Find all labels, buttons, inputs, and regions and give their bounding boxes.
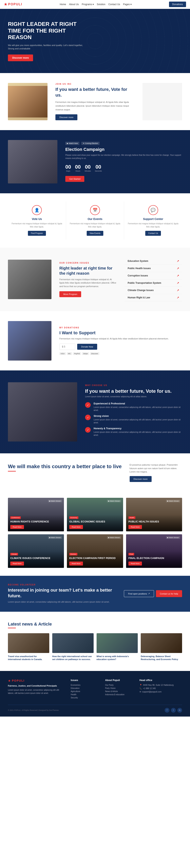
hero-discover-button[interactable]: Discover more [8, 55, 33, 61]
support-icon: 💬 [148, 205, 158, 215]
donation-title: I Want to Support [59, 330, 182, 336]
event-badge-4: ▶ Watch Stream [48, 536, 62, 539]
footer-office-title: Head office [139, 679, 182, 682]
nav-programs[interactable]: Programs ▾ [82, 3, 94, 6]
news-image-2 [52, 633, 93, 653]
join-discover-button[interactable]: Discover more [55, 114, 77, 120]
card-support-button[interactable]: Contact Us [145, 231, 161, 236]
footer-link-indonesia-edu[interactable]: Indonesia $ education [105, 693, 134, 695]
event-content-6: Final FINAL ELECTION CAMPAIGN Read More [126, 550, 182, 568]
hero-subtitle: We will give you more opportunities, fac… [8, 44, 87, 51]
footer-link-economics[interactable]: Economics [71, 684, 99, 686]
card-support-desc: Fermentum nisi magna tristique tristique… [127, 222, 179, 228]
open-positions-button[interactable]: Find open positions ↗ [124, 590, 154, 597]
nav-home[interactable]: Home [60, 3, 66, 6]
event-read-btn-4[interactable]: Read More [10, 562, 24, 565]
footer-logo-icon: ★ [8, 679, 11, 683]
instagram-icon[interactable]: in [177, 708, 182, 713]
volunteer-desc: Lorem ipsum dolor sit amet, consectetur … [8, 600, 124, 604]
card-vote-button[interactable]: Find Program [28, 231, 46, 236]
event-card-climate[interactable]: ▶ Watch Stream Climate CLIMATE ISSUES CO… [8, 534, 64, 568]
discover-icon: Discover [90, 352, 99, 355]
logo-icon: ★ [4, 2, 7, 6]
mc-icon: MC [67, 352, 72, 355]
event-read-btn-6[interactable]: Read More [129, 562, 142, 565]
payment-icons: VISA MC PayPal Stripe Discover [59, 352, 182, 355]
event-read-btn-3[interactable]: Read More [129, 525, 142, 529]
footer-desc: Lorem ipsum dolor sit amet, consectetur … [8, 688, 65, 695]
election-desc: Please come and show your support for ou… [65, 154, 182, 160]
donation-image [8, 321, 51, 361]
card-events-button[interactable]: View Events [87, 231, 104, 236]
issue-arrow: ↗ [177, 289, 179, 292]
hero-section: RIGHT LEADER AT RIGHT TIME FOR THE RIGHT… [0, 9, 190, 73]
news-card-4[interactable]: Deleveraging, Balance Sheet Restructurin… [141, 633, 182, 661]
news-card-2[interactable]: How the right international school can s… [52, 633, 93, 661]
card-events-title: Our Events [69, 217, 121, 221]
event-card-election-first[interactable]: ▶ Watch Stream Election ELECTION CAMPAIG… [67, 534, 123, 568]
footer-link-party-vision[interactable]: Party Vision [105, 687, 134, 689]
event-card-public-health[interactable]: ▶ Watch Stream Health PUBLIC HEALTH ISSU… [126, 498, 182, 531]
better-discover-button[interactable]: Discover more [130, 476, 152, 482]
countdown-hours: 00 Hours [75, 164, 81, 172]
stripe-icon: Stripe [82, 352, 89, 355]
nav-pages[interactable]: Pages ▾ [123, 3, 132, 6]
issue-corruption[interactable]: Corruption Issues ↗ [125, 272, 182, 279]
footer-link-health[interactable]: Health [71, 693, 99, 695]
footer-phone: 📞 +1 888 12 345 [139, 687, 182, 689]
footer-link-security[interactable]: Security [71, 696, 99, 699]
footer-issues-title: Issues [71, 679, 99, 682]
event-content-2: Economy GLOBAL ECONOMIC ISSUES Read More [67, 513, 123, 531]
news-card-1[interactable]: Travel visa unauthorized for internation… [8, 633, 49, 661]
event-read-btn-1[interactable]: Read More [10, 525, 24, 529]
nav-contact[interactable]: Contact Us [108, 3, 120, 6]
contact-us-volunteer-button[interactable]: Contact us for help [156, 590, 182, 597]
donation-amount-input[interactable] [59, 344, 75, 350]
event-card-final-election[interactable]: ▶ Watch Stream Final FINAL ELECTION CAMP… [126, 534, 182, 568]
news-underline [8, 628, 16, 628]
why-title: If you want a better future, Vote for us… [85, 388, 182, 394]
volunteer-label: BECOME VOLUNTEER [8, 584, 124, 586]
news-card-title-2: How the right international school can s… [52, 655, 93, 661]
why-check-icon-3: ✓ [85, 427, 91, 433]
volunteer-left: BECOME VOLUNTEER Interested in joining o… [8, 584, 124, 604]
twitter-icon[interactable]: t [171, 708, 176, 713]
election-get-started-button[interactable]: Get Started [65, 176, 84, 182]
donate-nav-button[interactable]: Donations [169, 2, 186, 7]
event-read-btn-2[interactable]: Read More [69, 525, 83, 529]
event-title-3: PUBLIC HEALTH ISSUES [129, 520, 180, 523]
issue-education[interactable]: Education System ↗ [125, 257, 182, 265]
issue-public-health[interactable]: Public Health Issues ↗ [125, 265, 182, 272]
why-section: WHY CHOOSE US If you want a better futur… [0, 370, 190, 453]
logo-text: POPULI [8, 3, 22, 6]
event-card-human-rights[interactable]: ▶ Watch Stream Conference HUMAN RIGHTS C… [8, 498, 64, 531]
concern-more-button[interactable]: More Program [59, 291, 81, 297]
news-card-3[interactable]: What is wrong with Indonesia's education… [97, 633, 138, 661]
nav-about[interactable]: About Us [69, 3, 79, 6]
issue-human-rights[interactable]: Human Right & Law ↗ [125, 294, 182, 301]
issues-list: Education System ↗ Public Health Issues … [125, 257, 182, 301]
phone-icon: 📞 [139, 687, 142, 689]
footer-link-agriculture[interactable]: Agriculture [71, 690, 99, 692]
footer-link-news[interactable]: News & Article [105, 690, 134, 692]
event-card-global-econ[interactable]: ▶ Watch Stream Economy GLOBAL ECONOMIC I… [67, 498, 123, 531]
join-desc: Fermentum nisi magna tristique tristique… [55, 100, 135, 111]
concern-image [8, 260, 51, 299]
event-read-btn-5[interactable]: Read More [69, 562, 83, 565]
facebook-icon[interactable]: f [165, 708, 169, 713]
better-section: We will make this country a better place… [0, 453, 190, 498]
footer-link-our-party[interactable]: Our Party [105, 684, 134, 686]
footer-link-education[interactable]: Education [71, 687, 99, 689]
feature-cards: 👤 Vote Us Fermentum nisi magna tristique… [0, 193, 190, 248]
nav-solution[interactable]: Solution [97, 3, 105, 6]
election-badge-1: ▶ Watch Now [65, 142, 79, 145]
election-badges: ▶ Watch Now ✦ Coming Election [65, 142, 182, 145]
navbar: ★ POPULI Home About Us Programs ▾ Soluti… [0, 0, 190, 9]
issue-climate[interactable]: Climate Change Issues ↗ [125, 287, 182, 294]
issue-transportation[interactable]: Public Transportation System ↗ [125, 279, 182, 287]
donate-button[interactable]: Donate Now [77, 344, 97, 350]
visa-icon: VISA [59, 352, 66, 355]
events-grid: ▶ Watch Stream Conference HUMAN RIGHTS C… [0, 498, 190, 576]
why-text: WHY CHOOSE US If you want a better futur… [85, 384, 182, 439]
card-vote-desc: Fermentum nisi magna tristique tristique… [11, 222, 63, 228]
